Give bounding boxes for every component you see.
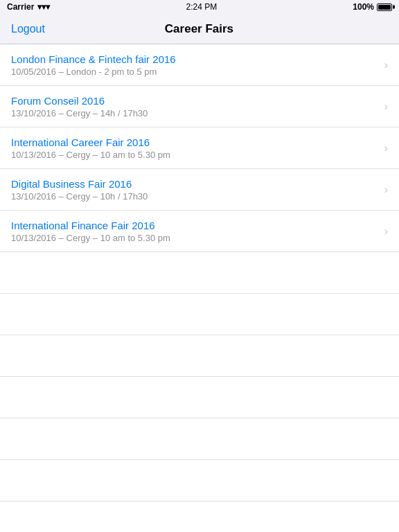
list-item-title: London Finance & Fintech fair 2016 [11, 53, 379, 65]
list-item-subtitle: 10/13/2016 – Cergy – 10 am to 5.30 pm [11, 150, 379, 160]
list-item-subtitle: 13/10/2016 – Cergy – 10h / 17h30 [11, 191, 379, 202]
list-item-subtitle: 13/10/2016 – Cergy – 14h / 17h30 [11, 108, 379, 118]
empty-row [0, 252, 399, 294]
wifi-icon: ▾▾▾ [37, 2, 50, 12]
carrier-label: Carrier [7, 2, 34, 12]
empty-row [0, 418, 399, 460]
chevron-right-icon: › [384, 184, 388, 196]
page-title: Career Fairs [165, 22, 233, 36]
list-item-subtitle: 10/13/2016 – Cergy – 10 am to 5.30 pm [11, 233, 379, 243]
status-time: 2:24 PM [186, 2, 217, 12]
battery-fill [378, 5, 391, 10]
list-item-content: Forum Conseil 2016 13/10/2016 – Cergy – … [11, 95, 379, 118]
empty-row [0, 335, 399, 377]
list-item-title: International Career Fair 2016 [11, 136, 379, 148]
list-item-content: London Finance & Fintech fair 2016 10/05… [11, 53, 379, 77]
navigation-bar: Logout Career Fairs [0, 14, 399, 44]
list-item[interactable]: Digital Business Fair 2016 13/10/2016 – … [0, 169, 399, 211]
empty-row [0, 377, 399, 418]
list-item-content: Digital Business Fair 2016 13/10/2016 – … [11, 178, 379, 202]
chevron-right-icon: › [384, 142, 388, 154]
list-item[interactable]: Forum Conseil 2016 13/10/2016 – Cergy – … [0, 86, 399, 127]
status-right: 100% [353, 2, 392, 12]
empty-row [0, 502, 399, 532]
status-carrier: Carrier ▾▾▾ [7, 2, 50, 12]
empty-row [0, 460, 399, 502]
list-item-subtitle: 10/05/2016 – London - 2 pm to 5 pm [11, 66, 379, 77]
list-item-title: Digital Business Fair 2016 [11, 178, 379, 190]
list-item[interactable]: International Career Fair 2016 10/13/201… [0, 127, 399, 169]
empty-row [0, 294, 399, 335]
chevron-right-icon: › [384, 225, 388, 238]
list-item-title: International Finance Fair 2016 [11, 220, 379, 231]
chevron-right-icon: › [384, 100, 388, 113]
list-item-content: International Finance Fair 2016 10/13/20… [11, 220, 379, 243]
list-item[interactable]: International Finance Fair 2016 10/13/20… [0, 211, 399, 252]
battery-icon [377, 3, 392, 11]
battery-percent: 100% [353, 2, 374, 12]
list-item[interactable]: London Finance & Fintech fair 2016 10/05… [0, 44, 399, 86]
status-bar: Carrier ▾▾▾ 2:24 PM 100% [0, 0, 399, 14]
logout-button[interactable]: Logout [11, 23, 45, 35]
list-item-title: Forum Conseil 2016 [11, 95, 379, 107]
chevron-right-icon: › [384, 59, 388, 71]
list-item-content: International Career Fair 2016 10/13/201… [11, 136, 379, 160]
career-fairs-list: London Finance & Fintech fair 2016 10/05… [0, 44, 399, 532]
